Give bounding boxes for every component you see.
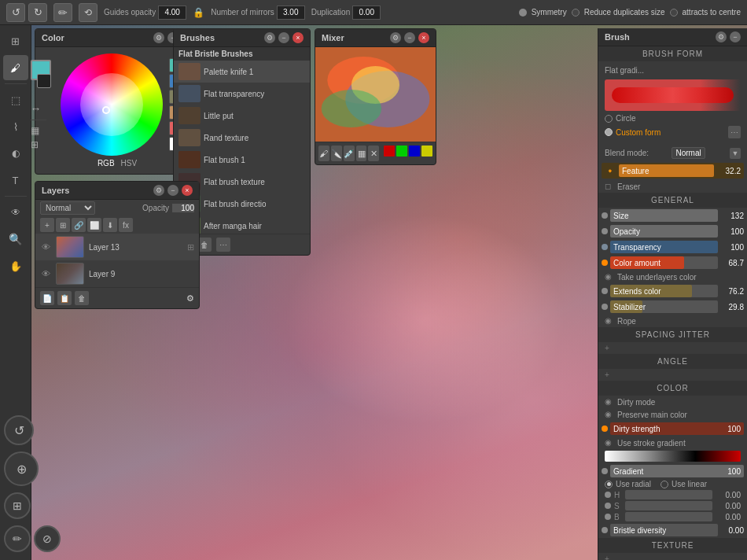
custom-form-label[interactable]: Custom form (616, 128, 661, 137)
use-stroke-gradient-label[interactable]: Use stroke gradient (617, 439, 741, 448)
duplication-input[interactable] (352, 6, 381, 20)
undo-round-button[interactable]: ↺ (4, 415, 34, 445)
layers-round-button[interactable]: ⊞ (4, 492, 31, 519)
mixer-close-button[interactable]: × (418, 32, 429, 43)
fill-round-button[interactable]: ⊘ (34, 525, 61, 552)
size-row[interactable]: Size 132 (598, 208, 747, 223)
mixer-fill-button[interactable]: ▦ (356, 146, 367, 161)
mixer-knife-button[interactable]: 🔪 (331, 146, 342, 161)
spacing-jitter-plus[interactable]: + (598, 342, 747, 354)
sidebar-tool-gradient[interactable]: ◐ (3, 141, 28, 166)
mixer-clear-button[interactable]: ✕ (368, 146, 379, 161)
opacity-input[interactable] (172, 204, 194, 212)
sidebar-tool-select[interactable]: ⬚ (3, 87, 28, 112)
color-settings-button[interactable]: ⚙ (153, 32, 164, 43)
swap-colors-icon[interactable]: ↔ (31, 102, 51, 115)
mixer-eyedrop-button[interactable]: 💉 (344, 146, 355, 161)
texture-plus[interactable]: + (598, 553, 747, 560)
brush-options-button[interactable]: ⋯ (216, 238, 230, 252)
custom-form-options[interactable]: ⋯ (728, 126, 741, 138)
gradient-row[interactable]: Gradient 100 (598, 463, 747, 479)
brushes-settings-button[interactable]: ⚙ (264, 32, 275, 43)
sidebar-tool-brush[interactable]: 🖌 (3, 55, 28, 80)
guides-opacity-input[interactable] (158, 6, 186, 20)
hsv-label[interactable]: HSV (121, 159, 138, 168)
preserve-main-label[interactable]: Preserve main color (617, 411, 741, 419)
mirrors-input[interactable] (277, 6, 305, 20)
layer-add-button[interactable]: + (40, 218, 54, 232)
rope-label[interactable]: Rope (617, 317, 741, 326)
angle-plus[interactable]: + (598, 369, 747, 381)
sidebar-tool-move[interactable]: ✋ (3, 253, 28, 278)
layers-minimize-button[interactable]: − (167, 185, 178, 196)
sidebar-tool-lasso[interactable]: ⌇ (3, 114, 28, 139)
take-underlayers-label[interactable]: Take underlayers color (617, 273, 741, 282)
gradient-icon[interactable]: ▦ (31, 125, 51, 136)
blend-mode-value[interactable]: Normal (672, 147, 705, 159)
layer-9-visibility[interactable]: 👁 (40, 268, 51, 279)
layer-delete-button[interactable]: 🗑 (75, 291, 89, 305)
blend-mode-expand[interactable]: ▼ (730, 148, 741, 159)
transparency-row[interactable]: Transparency 100 (598, 239, 747, 255)
brush-tool-button[interactable]: ✏ (53, 3, 72, 22)
extends-color-row[interactable]: Extends color 76.2 (598, 283, 747, 299)
eraser-label[interactable]: Eraser (617, 182, 741, 191)
layer-13-visibility[interactable]: 👁 (40, 241, 51, 252)
layers-settings-button[interactable]: ⚙ (153, 185, 164, 196)
undo-button[interactable]: ↺ (6, 3, 25, 22)
layer-fx-button[interactable]: fx (119, 218, 133, 232)
color-wheel[interactable] (61, 53, 163, 156)
feature-row[interactable]: 🔸 Feature 32.2 (602, 163, 744, 179)
layer-group-button[interactable]: ⊞ (56, 218, 70, 232)
blend-mode-select[interactable]: Normal Multiply Screen (40, 201, 95, 215)
brush-item-2[interactable]: Flat transparency (174, 83, 310, 105)
transform-button[interactable]: ⟲ (79, 3, 98, 22)
pattern-icon[interactable]: ⊞ (31, 139, 51, 150)
sidebar-tool-zoom[interactable]: 🔍 (3, 227, 28, 252)
mixer-color-green[interactable] (396, 146, 407, 157)
custom-form-radio[interactable] (605, 128, 613, 136)
brush-panel-minimize-btn[interactable]: − (730, 31, 741, 42)
layer-13-linked[interactable]: ⊞ (187, 242, 194, 252)
color-amount-row[interactable]: Color amount 68.7 (598, 255, 747, 271)
mixer-settings-button[interactable]: ⚙ (390, 32, 401, 43)
symmetry-round-button[interactable]: ⊕ (4, 451, 39, 486)
brush-item-1[interactable]: Palette knife 1 (174, 61, 310, 83)
redo-button[interactable]: ↻ (28, 3, 47, 22)
opacity-row[interactable]: Opacity 100 (598, 223, 747, 239)
circle-radio[interactable] (605, 115, 613, 123)
lock-icon[interactable]: 🔒 (193, 7, 204, 18)
layer-mask-button[interactable]: ⬜ (87, 218, 101, 232)
use-linear-label[interactable]: Use linear (672, 480, 707, 488)
brush-item-3[interactable]: Little put (174, 105, 310, 127)
sidebar-tool-eye[interactable]: 👁 (3, 200, 28, 225)
dirty-mode-label[interactable]: Dirty mode (617, 398, 741, 407)
bristle-diversity-row[interactable]: Bristle diversity 0.00 (598, 522, 747, 538)
dirty-strength-row[interactable]: Dirty strength 100 (598, 421, 747, 437)
layer-item-13[interactable]: 👁 Layer 13 ⊞ (35, 234, 199, 260)
mixer-color-blue[interactable] (409, 146, 420, 157)
brush-item-4[interactable]: Rand texture (174, 127, 310, 149)
mixer-canvas[interactable] (315, 47, 436, 142)
rgb-label[interactable]: RGB (98, 159, 115, 168)
color-selector-handle[interactable] (102, 106, 110, 114)
layer-new-button[interactable]: 📄 (40, 291, 54, 305)
layer-item-9[interactable]: 👁 Layer 9 (35, 260, 199, 287)
use-radial-radio[interactable] (605, 481, 613, 488)
layer-settings-btn[interactable]: ⚙ (186, 293, 194, 304)
use-linear-radio[interactable] (661, 481, 668, 488)
eraser-round-button[interactable]: ✏ (4, 525, 31, 552)
mixer-color-yellow[interactable] (421, 146, 432, 157)
stabilizer-row[interactable]: Stabilizer 29.8 (598, 299, 747, 315)
brushes-close-button[interactable]: × (293, 32, 304, 43)
circle-label[interactable]: Circle (616, 114, 636, 123)
layer-link-button[interactable]: 🔗 (72, 218, 86, 232)
use-radial-label[interactable]: Use radial (616, 480, 651, 488)
mixer-minimize-button[interactable]: − (404, 32, 415, 43)
background-color[interactable] (37, 74, 51, 88)
layer-merge-button[interactable]: ⬇ (103, 218, 117, 232)
mixer-brush-button[interactable]: 🖌 (318, 146, 329, 161)
brush-panel-settings-btn[interactable]: ⚙ (716, 31, 727, 42)
sidebar-tool-layers[interactable]: ⊞ (3, 28, 28, 53)
layers-close-button[interactable]: × (182, 185, 193, 196)
